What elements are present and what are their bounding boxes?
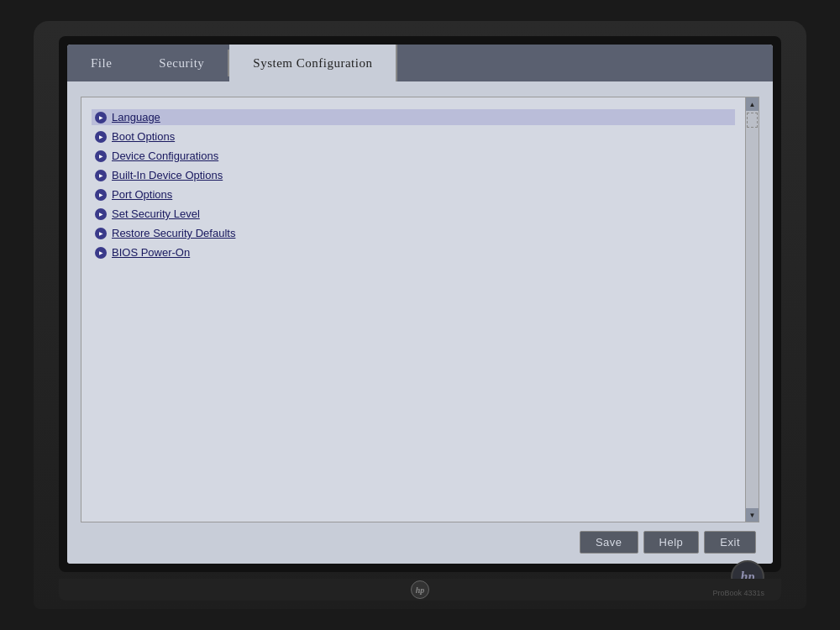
laptop-bottom-bar: hp ProBook 4331s: [59, 579, 781, 601]
scrollbar-thumb[interactable]: [747, 113, 758, 128]
system-config-menu-list: Language Boot Options Device Configurati…: [81, 97, 745, 522]
bottom-hp-logo: hp: [411, 580, 429, 599]
laptop-model-label: ProBook 4331s: [712, 589, 764, 597]
bios-main-content: Language Boot Options Device Configurati…: [67, 81, 773, 564]
item-label-language: Language: [112, 111, 160, 123]
scrollbar-track: ▲ ▼: [745, 97, 759, 522]
bios-menu-bar: File Security System Configuration: [67, 45, 773, 81]
bottom-logo-area: hp: [411, 580, 429, 599]
menu-item-system-configuration[interactable]: System Configuration: [229, 45, 397, 81]
menu-list-item-port-options[interactable]: Port Options: [92, 186, 735, 202]
hp-logo-circle: hp: [731, 560, 764, 564]
content-panel: Language Boot Options Device Configurati…: [81, 97, 759, 522]
item-label-restore-security-defaults: Restore Security Defaults: [112, 227, 235, 239]
menu-list-item-bios-power-on[interactable]: BIOS Power-On: [92, 244, 735, 260]
action-bar: Save Help Exit: [81, 522, 759, 557]
item-label-bios-power-on: BIOS Power-On: [112, 246, 190, 259]
hp-screen-logo: hp: [731, 560, 764, 564]
laptop-chassis: File Security System Configuration: [34, 21, 806, 609]
menu-item-security[interactable]: Security: [135, 45, 228, 81]
item-arrow-icon-restore-security-defaults: [95, 228, 107, 239]
item-label-built-in-device-options: Built-In Device Options: [112, 169, 223, 181]
bios-screen: File Security System Configuration: [67, 45, 773, 564]
item-label-set-security-level: Set Security Level: [112, 207, 200, 220]
scrollbar-thumb-area: [746, 111, 759, 508]
menu-item-file[interactable]: File: [67, 45, 135, 81]
item-arrow-icon-built-in-device-options: [95, 170, 107, 181]
item-label-device-configurations: Device Configurations: [112, 150, 218, 162]
menu-list-item-boot-options[interactable]: Boot Options: [92, 129, 735, 144]
item-arrow-icon-bios-power-on: [95, 247, 107, 259]
item-arrow-icon-boot-options: [95, 131, 107, 143]
help-button[interactable]: Help: [643, 531, 700, 554]
scroll-up-button[interactable]: ▲: [746, 97, 759, 111]
item-arrow-icon-language: [95, 112, 107, 123]
menu-list-item-language[interactable]: Language: [92, 109, 735, 125]
menu-list-item-restore-security-defaults[interactable]: Restore Security Defaults: [92, 225, 735, 241]
item-label-port-options: Port Options: [112, 188, 172, 201]
scroll-down-button[interactable]: ▼: [746, 508, 759, 522]
menu-list-item-device-configurations[interactable]: Device Configurations: [92, 148, 735, 164]
item-arrow-icon-device-configurations: [95, 150, 107, 162]
item-arrow-icon-set-security-level: [95, 208, 107, 220]
item-arrow-icon-port-options: [95, 189, 107, 201]
menu-list-item-set-security-level[interactable]: Set Security Level: [92, 206, 735, 222]
menu-list-item-built-in-device-options[interactable]: Built-In Device Options: [92, 167, 735, 183]
item-label-boot-options: Boot Options: [112, 130, 175, 143]
exit-button[interactable]: Exit: [704, 531, 756, 554]
save-button[interactable]: Save: [580, 531, 638, 554]
screen-bezel: File Security System Configuration: [59, 36, 781, 572]
